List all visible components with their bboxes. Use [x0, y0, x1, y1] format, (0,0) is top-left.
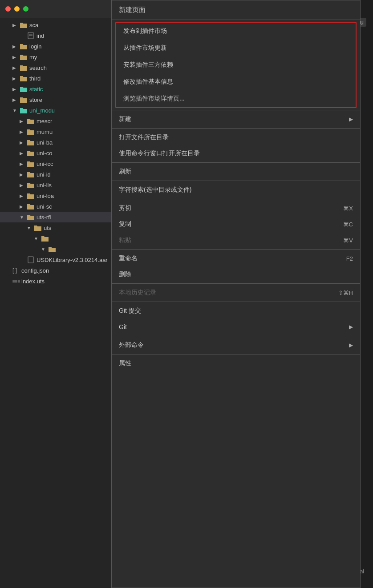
- menu-separator: [112, 336, 360, 336]
- folder-icon: [20, 96, 28, 104]
- file-icon: [28, 256, 35, 263]
- arrow-icon: ▶: [20, 183, 27, 188]
- tree-label: my: [29, 54, 37, 60]
- folder-icon: [27, 213, 35, 221]
- tree-item-mumu[interactable]: ▶ mumu: [0, 126, 116, 137]
- tree-item-store[interactable]: ▶ store: [0, 94, 116, 105]
- menu-label: 外部命令: [119, 341, 144, 349]
- traffic-light-green[interactable]: [23, 6, 28, 12]
- tree-label: uni_modu: [29, 107, 55, 114]
- menu-separator: [112, 199, 360, 199]
- tree-label: third: [29, 75, 41, 82]
- arrow-icon: ▶: [12, 76, 20, 81]
- tree-label: store: [29, 97, 42, 103]
- menu-item-modify-info[interactable]: 修改插件基本信息: [116, 73, 356, 90]
- tree-item-static[interactable]: ▶ static: [0, 84, 116, 94]
- arrow-icon: ▶: [20, 193, 27, 198]
- menu-item-cut[interactable]: 剪切 ⌘X: [112, 200, 360, 216]
- folder-icon: [20, 53, 28, 61]
- tree-item-uni-lis[interactable]: ▶ uni-lis: [0, 180, 116, 190]
- menu-label: 修改插件基本信息: [123, 78, 173, 86]
- menu-item-browse-market[interactable]: 浏览插件市场详情页...: [116, 90, 356, 107]
- menu-item-update-from-market[interactable]: 从插件市场更新: [116, 40, 356, 56]
- folder-icon: [27, 202, 35, 210]
- tree-item-my[interactable]: ▶ my: [0, 52, 116, 62]
- tree-label: mumu: [36, 129, 53, 135]
- menu-label-new-page: 新建页面: [119, 6, 146, 14]
- folder-icon: [27, 160, 35, 168]
- tree-item-ind[interactable]: ind: [0, 30, 116, 41]
- menu-label: 发布到插件市场: [123, 27, 167, 35]
- tree-item-uts-sub2[interactable]: ▼: [0, 233, 116, 244]
- shortcut-label: ⌘V: [343, 237, 353, 244]
- menu-item-rename[interactable]: 重命名 F2: [112, 250, 360, 266]
- menu-item-external-cmd[interactable]: 外部命令 ▶: [112, 337, 360, 353]
- tree-item-login[interactable]: ▶ login: [0, 41, 116, 52]
- folder-icon: [20, 42, 28, 50]
- menu-label: 新建: [119, 115, 131, 123]
- shortcut-label: ⇧⌘H: [338, 290, 353, 296]
- folder-icon: [20, 106, 28, 114]
- tree-label: search: [29, 64, 47, 71]
- tree-label: uni-ba: [36, 139, 53, 146]
- arrow-icon: ▶: [12, 65, 20, 70]
- arrow-icon: ▶: [12, 97, 20, 102]
- tree-item-uni-sc[interactable]: ▶ uni-sc: [0, 201, 116, 212]
- tree-item-uni-ba[interactable]: ▶ uni-ba: [0, 137, 116, 148]
- tree-item-config[interactable]: [ ] config.json: [0, 265, 116, 276]
- menu-item-git[interactable]: Git ▶: [112, 319, 360, 335]
- tree-item-uni-id[interactable]: ▶ uni-id: [0, 169, 116, 180]
- folder-icon: [34, 224, 42, 232]
- tree-item-uni-co[interactable]: ▶ uni-co: [0, 148, 116, 158]
- arrow-icon: ▶: [20, 172, 27, 177]
- menu-item-install-deps[interactable]: 安装插件三方依赖: [116, 56, 356, 73]
- tree-item-uni-loa[interactable]: ▶ uni-loa: [0, 190, 116, 201]
- menu-label: 重命名: [119, 254, 138, 262]
- menu-label: 打开文件所在目录: [119, 133, 169, 141]
- tree-item-sca[interactable]: ▶ sca: [0, 20, 116, 30]
- arrow-icon: ▶: [20, 140, 27, 145]
- tree-item-uts-sub[interactable]: ▼ uts: [0, 222, 116, 233]
- menu-label: 本地历史记录: [119, 289, 156, 297]
- tree-item-uts-sub3[interactable]: ▼: [0, 244, 116, 254]
- arrow-icon: ▶: [20, 161, 27, 166]
- titlebar: [0, 0, 116, 18]
- tree-item-mescr[interactable]: ▶ mescr: [0, 116, 116, 126]
- tree-label: USDKLibrary-v2.3.0214.aar: [36, 257, 108, 263]
- tree-item-usdklibrary[interactable]: USDKLibrary-v2.3.0214.aar: [0, 254, 116, 265]
- folder-icon: [27, 117, 35, 125]
- tree-label: index.uts: [21, 278, 45, 285]
- tree-item-search[interactable]: ▶ search: [0, 62, 116, 73]
- bracket-icon: [ ]: [12, 267, 20, 274]
- arrow-icon: ▶: [12, 44, 20, 49]
- menu-item-char-search[interactable]: 字符搜索(选中目录或文件): [112, 182, 360, 198]
- tree-label: login: [29, 43, 41, 50]
- menu-label: 浏览插件市场详情页...: [123, 95, 185, 103]
- menu-item-open-cmd[interactable]: 使用命令行窗口打开所在目录: [112, 145, 360, 161]
- menu-item-git-commit[interactable]: Git 提交: [112, 303, 360, 319]
- traffic-light-red[interactable]: [5, 6, 11, 12]
- folder-icon: [27, 138, 35, 146]
- menu-item-refresh[interactable]: 刷新: [112, 164, 360, 180]
- menu-item-open-dir[interactable]: 打开文件所在目录: [112, 129, 360, 145]
- folder-icon: [27, 192, 35, 200]
- tree-item-uni-modu[interactable]: ▼ uni_modu: [0, 105, 116, 116]
- menu-label: Git 提交: [119, 307, 141, 315]
- tree-label: uni-co: [36, 150, 52, 157]
- tree-item-uts-rfi[interactable]: ▼ uts-rfi: [0, 212, 116, 222]
- menu-separator: [112, 181, 360, 181]
- menu-item-delete[interactable]: 删除: [112, 266, 360, 282]
- arrow-icon: ▶: [12, 55, 20, 60]
- menu-item-new-page[interactable]: 新建页面: [112, 0, 360, 20]
- traffic-light-yellow[interactable]: [14, 6, 20, 12]
- tree-item-index-uts[interactable]: ≡≡≡ index.uts: [0, 276, 116, 286]
- tree-item-third[interactable]: ▶ third: [0, 73, 116, 84]
- menu-item-publish[interactable]: 发布到插件市场: [116, 23, 356, 40]
- menu-item-new[interactable]: 新建 ▶: [112, 111, 360, 127]
- menu-item-properties[interactable]: 属性: [112, 355, 360, 371]
- menu-item-copy[interactable]: 复制 ⌘C: [112, 216, 360, 232]
- tree-label: uni-lis: [36, 182, 52, 189]
- tree-item-uni-icc[interactable]: ▶ uni-icc: [0, 158, 116, 169]
- menu-separator: [112, 302, 360, 302]
- tree-label: static: [29, 86, 43, 93]
